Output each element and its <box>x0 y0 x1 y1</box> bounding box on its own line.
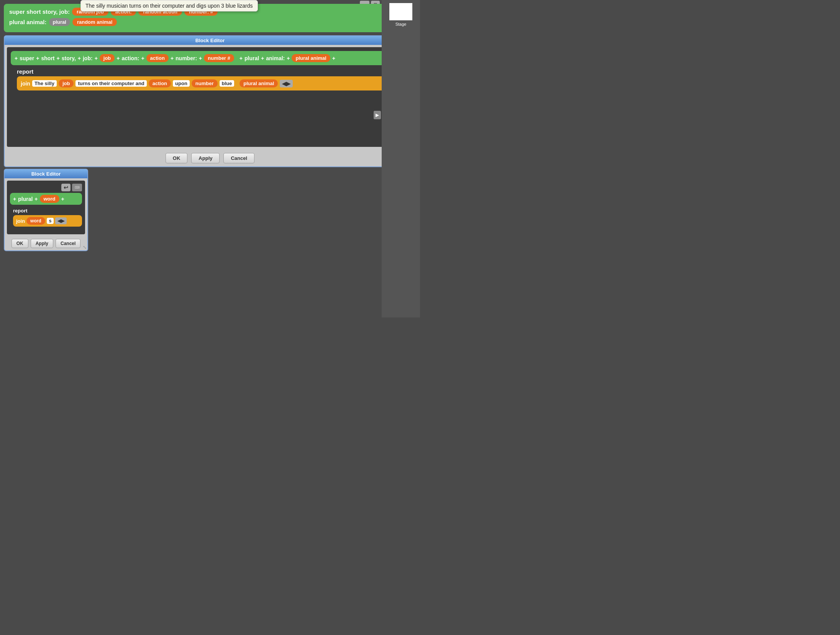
join-param-job[interactable]: job <box>59 79 74 87</box>
param-number[interactable]: number # <box>204 54 234 62</box>
small-text-plural: plural <box>18 196 33 202</box>
join-block: join The silly job turns on their comput… <box>17 76 409 90</box>
param-plural-animal[interactable]: plural animal <box>292 54 330 62</box>
plus-btn-8[interactable]: + <box>171 55 174 61</box>
block-text-story: story, <box>62 55 76 61</box>
tooltip-text: The silly musician turns on their comput… <box>85 3 253 9</box>
stage-label: Stage <box>395 22 407 26</box>
small-editor-content: ↩ ⌨ + plural + word + report join word s… <box>7 181 85 234</box>
apply-button-small[interactable]: Apply <box>31 239 53 248</box>
stage-preview <box>389 3 412 20</box>
plus-btn-1[interactable]: + <box>15 55 18 61</box>
block-editor-large-content: ⌨ + super + short + story, + job: + job … <box>7 47 413 147</box>
pill-random-animal[interactable]: random animal <box>72 18 117 26</box>
tooltip: The silly musician turns on their comput… <box>80 0 258 12</box>
param-action[interactable]: action <box>146 54 169 62</box>
block-text-short: short <box>41 55 55 61</box>
block-editor-small: Block Editor ↩ ⌨ + plural + word + repor… <box>4 169 88 251</box>
join-label: join <box>21 81 30 87</box>
block-text-action-colon: action: <box>122 55 139 61</box>
small-param-word[interactable]: word <box>40 195 59 203</box>
small-report-container: report join word s ◀▶ <box>13 208 82 227</box>
left-right-arrow-btn[interactable]: ◀▶ <box>280 80 293 87</box>
apply-button-large[interactable]: Apply <box>191 153 220 163</box>
definition-block: + super + short + story, + job: + job + … <box>11 51 409 65</box>
small-plus-3[interactable]: + <box>61 196 64 202</box>
ok-button-large[interactable]: OK <box>166 153 188 163</box>
back-arrow-small[interactable]: ↩ <box>61 184 71 191</box>
plus-btn-10[interactable]: + <box>240 55 243 61</box>
join-param-action[interactable]: action <box>149 79 171 87</box>
join-param-plural-animal[interactable]: plural animal <box>240 79 278 87</box>
plus-btn-13[interactable]: + <box>332 55 335 61</box>
plus-btn-11[interactable]: + <box>261 55 264 61</box>
small-editor-buttons: OK Apply Cancel <box>5 237 87 250</box>
large-editor-buttons: OK Apply Cancel <box>5 149 415 166</box>
join-text-turns[interactable]: turns on their computer and <box>75 80 146 87</box>
small-plus-1[interactable]: + <box>13 196 16 202</box>
ok-button-small[interactable]: OK <box>11 239 28 248</box>
small-join-label: join <box>16 218 25 224</box>
small-definition-block: + plural + word + <box>10 193 82 205</box>
block-text-job-colon: job: <box>83 55 93 61</box>
pill-plural: plural <box>49 18 70 26</box>
block-text-super: super <box>20 55 34 61</box>
resize-handle-small[interactable]: ⤡ <box>83 245 87 250</box>
plus-btn-9[interactable]: + <box>199 55 202 61</box>
block-text-plural: plural <box>244 55 259 61</box>
plus-btn-7[interactable]: + <box>141 55 144 61</box>
join-text-blue[interactable]: blue <box>220 80 235 87</box>
block-text-number-colon: number: <box>176 55 197 61</box>
small-left-right-arrow[interactable]: ◀▶ <box>55 217 67 224</box>
small-param-word-join[interactable]: word <box>26 217 45 225</box>
line2-label: plural animal: <box>9 19 47 25</box>
plus-btn-12[interactable]: + <box>287 55 290 61</box>
block-text-animal-colon: animal: <box>266 55 285 61</box>
expand-right-button[interactable]: ▶ <box>374 111 381 119</box>
join-text-the-silly[interactable]: The silly <box>32 80 57 87</box>
plus-btn-4[interactable]: + <box>78 55 81 61</box>
top-bar-line2: plural animal: plural random animal <box>9 18 411 26</box>
cancel-button-small[interactable]: Cancel <box>56 239 80 248</box>
small-text-s[interactable]: s <box>47 218 54 224</box>
plus-btn-5[interactable]: + <box>95 55 98 61</box>
plus-btn-2[interactable]: + <box>36 55 39 61</box>
block-editor-large-title: Block Editor <box>5 36 415 45</box>
plus-btn-3[interactable]: + <box>57 55 60 61</box>
param-job[interactable]: job <box>100 54 115 62</box>
plus-btn-6[interactable]: + <box>116 55 120 61</box>
report-label: report <box>17 68 409 75</box>
block-editor-small-title: Block Editor <box>5 169 87 178</box>
small-plus-2[interactable]: + <box>34 196 38 202</box>
keyboard-icon-small[interactable]: ⌨ <box>72 184 82 191</box>
small-join-block: join word s ◀▶ <box>13 215 82 227</box>
small-report-label: report <box>13 208 82 214</box>
line1-label: super short story, job: <box>9 8 70 15</box>
report-container: report join The silly job turns on their… <box>17 68 409 90</box>
stage-panel: Stage <box>382 0 420 318</box>
cancel-button-large[interactable]: Cancel <box>223 153 254 163</box>
block-editor-large: Block Editor ⌨ + super + short + story, … <box>4 35 416 167</box>
join-param-number[interactable]: number <box>192 79 218 87</box>
join-text-upon[interactable]: upon <box>173 80 190 87</box>
